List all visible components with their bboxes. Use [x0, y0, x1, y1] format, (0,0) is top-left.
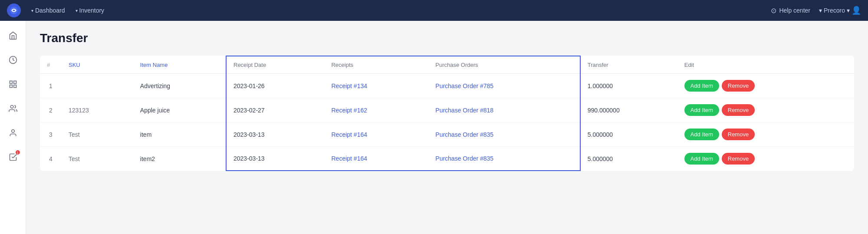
- transfer-table-container: # SKU Item Name Receipt Date Receipts Pu…: [40, 56, 854, 171]
- sidebar-item-home[interactable]: [5, 28, 21, 43]
- table-row: 3 Test item 2023-03-13 Receipt #164 Purc…: [40, 122, 854, 147]
- table-row: 1 Advertizing 2023-01-26 Receipt #134 Pu…: [40, 74, 854, 98]
- cell-transfer: 5.000000: [580, 122, 677, 147]
- cell-num: 1: [40, 74, 62, 98]
- chevron-down-icon: ▾: [31, 8, 33, 13]
- table-header-row: # SKU Item Name Receipt Date Receipts Pu…: [40, 56, 854, 74]
- cell-edit: Add Item Remove: [677, 98, 854, 122]
- col-header-receipts: Receipts: [324, 56, 428, 74]
- tasks-badge: 1: [16, 150, 20, 155]
- transfer-table: # SKU Item Name Receipt Date Receipts Pu…: [40, 56, 854, 171]
- cell-item-name: item2: [133, 147, 226, 171]
- svg-rect-3: [13, 81, 16, 84]
- svg-point-0: [10, 7, 18, 14]
- cell-transfer: 990.000000: [580, 98, 677, 122]
- cell-sku: Test: [62, 122, 133, 147]
- cell-purchase-orders[interactable]: Purchase Order #785: [428, 74, 580, 98]
- nav-inventory[interactable]: ▾ Inventory: [76, 7, 105, 14]
- cell-receipts[interactable]: Receipt #162: [324, 98, 428, 122]
- sidebar-item-person[interactable]: [5, 125, 21, 141]
- user-avatar-icon: 👤: [852, 6, 861, 15]
- svg-rect-4: [13, 85, 16, 88]
- sidebar: 1: [0, 21, 26, 234]
- app-logo[interactable]: [7, 3, 21, 17]
- main-content: Transfer # SKU Item Name Receipt Date Re…: [26, 21, 868, 234]
- cell-edit: Add Item Remove: [677, 74, 854, 98]
- svg-rect-5: [10, 85, 12, 88]
- remove-button[interactable]: Remove: [722, 104, 755, 116]
- cell-item-name: Advertizing: [133, 74, 226, 98]
- cell-sku: Test: [62, 147, 133, 171]
- chevron-down-icon: ▾: [819, 7, 822, 14]
- add-item-button[interactable]: Add Item: [684, 80, 719, 92]
- nav-dashboard[interactable]: ▾ Dashboard: [31, 7, 65, 14]
- remove-button[interactable]: Remove: [722, 80, 755, 92]
- cell-transfer: 5.000000: [580, 147, 677, 171]
- sidebar-item-list[interactable]: [5, 76, 21, 92]
- cell-receipt-date: 2023-02-27: [226, 98, 324, 122]
- cell-num: 3: [40, 122, 62, 147]
- page-title: Transfer: [40, 31, 854, 45]
- sidebar-item-users[interactable]: [5, 101, 21, 116]
- add-item-button[interactable]: Add Item: [684, 153, 719, 165]
- remove-button[interactable]: Remove: [722, 129, 755, 140]
- cell-receipts[interactable]: Receipt #164: [324, 147, 428, 171]
- cell-receipts[interactable]: Receipt #134: [324, 74, 428, 98]
- top-nav: ▾ Dashboard ▾ Inventory ⊙ Help center ▾ …: [0, 0, 868, 21]
- col-header-item-name: Item Name: [133, 56, 226, 74]
- cell-item-name: Apple juice: [133, 98, 226, 122]
- sidebar-item-clock[interactable]: [5, 52, 21, 68]
- cell-receipts[interactable]: Receipt #164: [324, 122, 428, 147]
- cell-edit: Add Item Remove: [677, 122, 854, 147]
- cell-num: 2: [40, 98, 62, 122]
- table-row: 2 123123 Apple juice 2023-02-27 Receipt …: [40, 98, 854, 122]
- table-row: 4 Test item2 2023-03-13 Receipt #164 Pur…: [40, 147, 854, 171]
- cell-item-name: item: [133, 122, 226, 147]
- help-center-button[interactable]: ⊙ Help center: [771, 7, 810, 15]
- col-header-transfer: Transfer: [580, 56, 677, 74]
- cell-num: 4: [40, 147, 62, 171]
- nav-right: ⊙ Help center ▾ Precoro ▾ 👤: [771, 6, 861, 15]
- col-header-receipt-date: Receipt Date: [226, 56, 324, 74]
- svg-rect-2: [10, 81, 12, 84]
- col-header-purchase-orders: Purchase Orders: [428, 56, 580, 74]
- cell-purchase-orders[interactable]: Purchase Order #818: [428, 98, 580, 122]
- cell-receipt-date: 2023-03-13: [226, 147, 324, 171]
- cell-receipt-date: 2023-01-26: [226, 74, 324, 98]
- cell-transfer: 1.000000: [580, 74, 677, 98]
- help-icon: ⊙: [771, 7, 776, 15]
- user-menu[interactable]: ▾ Precoro ▾ 👤: [819, 6, 861, 15]
- cell-sku: 123123: [62, 98, 133, 122]
- cell-purchase-orders[interactable]: Purchase Order #835: [428, 122, 580, 147]
- cell-sku: [62, 74, 133, 98]
- add-item-button[interactable]: Add Item: [684, 104, 719, 116]
- chevron-down-icon: ▾: [847, 7, 850, 14]
- remove-button[interactable]: Remove: [722, 153, 755, 165]
- add-item-button[interactable]: Add Item: [684, 129, 719, 140]
- sidebar-item-tasks[interactable]: 1: [5, 149, 21, 165]
- action-cell: Add Item Remove: [684, 153, 847, 165]
- cell-purchase-orders[interactable]: Purchase Order #835: [428, 147, 580, 171]
- action-cell: Add Item Remove: [684, 129, 847, 140]
- svg-point-7: [11, 130, 14, 133]
- chevron-down-icon: ▾: [76, 8, 78, 13]
- cell-edit: Add Item Remove: [677, 147, 854, 171]
- col-header-num: #: [40, 56, 62, 74]
- action-cell: Add Item Remove: [684, 104, 847, 116]
- action-cell: Add Item Remove: [684, 80, 847, 92]
- col-header-sku: SKU: [62, 56, 133, 74]
- cell-receipt-date: 2023-03-13: [226, 122, 324, 147]
- col-header-edit: Edit: [677, 56, 854, 74]
- svg-point-6: [10, 105, 13, 109]
